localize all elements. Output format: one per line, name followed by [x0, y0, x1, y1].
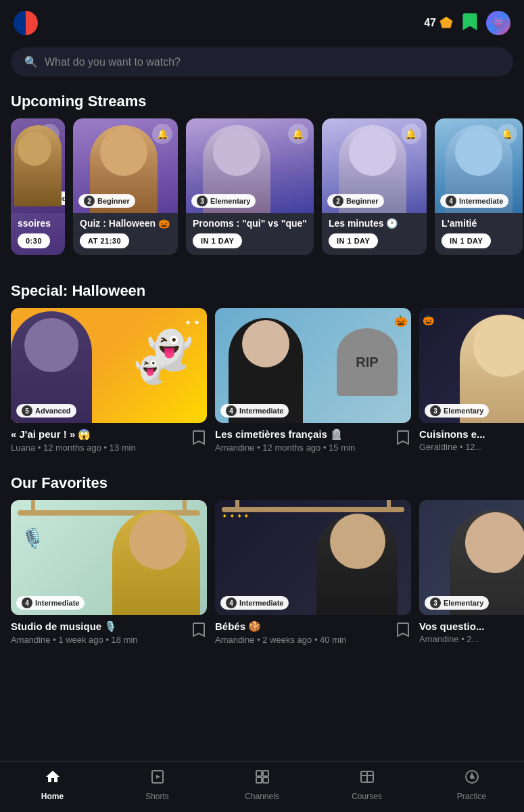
- favorites-video-3[interactable]: 3 Elementary Vos questio... Amandine • 2…: [419, 500, 524, 645]
- stream-card-body-3: Les minutes 🕐 IN 1 DAY: [322, 213, 427, 255]
- courses-icon: [359, 769, 375, 789]
- stream-time-btn-4[interactable]: IN 1 DAY: [442, 233, 491, 248]
- home-icon: [45, 769, 61, 789]
- stream-card-1[interactable]: 🔔 2 Beginner Quiz : Halloween 🎃 AT 21:30: [73, 118, 178, 255]
- favorites-level-badge-2: 4 Intermediate: [220, 596, 289, 610]
- nav-item-practice[interactable]: Practice: [419, 769, 524, 801]
- halloween-section: Special: Halloween 👻 👻 ✦ ✦ 5 Advanced: [0, 277, 524, 453]
- favorites-video-left-3: Vos questio... Amandine • 2...: [419, 621, 524, 644]
- halloween-video-left-1: « J'ai peur ! » 😱 Luana • 12 months ago …: [11, 428, 191, 453]
- favorites-video-info-3: Vos questio... Amandine • 2...: [419, 621, 524, 644]
- halloween-video-meta-2: Amandine • 12 months ago • 15 min: [215, 443, 395, 453]
- halloween-video-2[interactable]: RIP 🎃 4 Intermediate Les cimetières fran…: [215, 308, 411, 453]
- nav-item-home[interactable]: Home: [0, 769, 105, 801]
- favorites-video-title-2: Bébés 🍪: [215, 621, 395, 633]
- favorites-video-info-1: Studio de musique 🎙️ Amandine • 1 week a…: [11, 621, 207, 645]
- favorites-level-2: Intermediate: [239, 599, 283, 607]
- bookmark-favorites-1[interactable]: [191, 621, 207, 641]
- halloween-video-meta-3: Geraldine • 12...: [419, 442, 524, 452]
- points-value: 47: [424, 17, 436, 29]
- stream-time-btn-1[interactable]: AT 21:30: [80, 233, 129, 248]
- flag-blue: [14, 11, 26, 35]
- halloween-video-meta-1: Luana • 12 months ago • 13 min: [11, 443, 191, 453]
- level-label-3: Beginner: [346, 197, 379, 205]
- level-num-2: 3: [197, 196, 208, 206]
- halloween-video-1[interactable]: 👻 👻 ✦ ✦ 5 Advanced « J'ai peur ! » 😱 Lua…: [11, 308, 207, 453]
- level-label-1: Beginner: [97, 197, 130, 205]
- stream-card-3[interactable]: 🔔 2 Beginner Les minutes 🕐 IN 1 DAY: [322, 118, 427, 255]
- level-num-1: 2: [84, 196, 95, 206]
- halloween-video-info-3: Cuisinons e... Geraldine • 12...: [419, 428, 524, 452]
- user-avatar[interactable]: 👾: [486, 11, 510, 35]
- favorites-video-meta-2: Amandine • 2 weeks ago • 40 min: [215, 635, 395, 645]
- favorites-video-title-1: Studio de musique 🎙️: [11, 621, 191, 633]
- halloween-thumb-1: 👻 👻 ✦ ✦ 5 Advanced: [11, 308, 207, 423]
- bookmark-halloween-1[interactable]: [191, 428, 207, 449]
- halloween-video-left-3: Cuisinons e... Geraldine • 12...: [419, 428, 524, 452]
- halloween-level-badge-3: 3 Elementary: [425, 404, 489, 418]
- svg-point-12: [471, 775, 473, 778]
- level-num-3: 2: [333, 196, 343, 206]
- language-flag[interactable]: [14, 11, 38, 35]
- favorites-video-info-2: Bébés 🍪 Amandine • 2 weeks ago • 40 min: [215, 621, 411, 645]
- halloween-level-2: Intermediate: [239, 407, 283, 415]
- halloween-title: Special: Halloween: [0, 277, 524, 308]
- stream-time-btn-0[interactable]: 0:30: [18, 233, 50, 248]
- stream-card-4[interactable]: 🔔 4 Intermediate L'amitié IN 1 DAY: [435, 118, 523, 255]
- stream-time-btn-3[interactable]: IN 1 DAY: [329, 233, 378, 248]
- favorites-video-grid: 🎙️ 4 Intermediate Studio de musique 🎙️ A…: [0, 500, 524, 645]
- halloween-video-title-2: Les cimetières français 🪦: [215, 428, 395, 441]
- halloween-video-grid: 👻 👻 ✦ ✦ 5 Advanced « J'ai peur ! » 😱 Lua…: [0, 308, 524, 453]
- stream-card-body-2: Pronoms : "qui" vs "que" IN 1 DAY: [186, 213, 314, 255]
- nav-item-channels[interactable]: Channels: [210, 769, 314, 801]
- stream-card-0[interactable]: 🔔 1 Intermediate ssoires 0:30: [11, 118, 65, 255]
- nav-item-shorts[interactable]: Shorts: [105, 769, 210, 801]
- favorites-video-left-1: Studio de musique 🎙️ Amandine • 1 week a…: [11, 621, 191, 645]
- bookmark-favorites-2[interactable]: [395, 621, 411, 641]
- upcoming-streams-section: Upcoming Streams 🔔 1 Intermediate ssoire…: [0, 87, 524, 261]
- bookmark-halloween-2[interactable]: [395, 428, 411, 449]
- svg-rect-4: [256, 771, 262, 776]
- favorites-level-1: Intermediate: [35, 599, 79, 607]
- search-bar[interactable]: 🔍 What do you want to watch?: [11, 47, 513, 76]
- favorites-video-left-2: Bébés 🍪 Amandine • 2 weeks ago • 40 min: [215, 621, 395, 645]
- courses-label: Courses: [352, 792, 382, 801]
- stream-card-2[interactable]: 🔔 3 Elementary Pronoms : "qui" vs "que" …: [186, 118, 314, 255]
- halloween-level-1: Advanced: [35, 407, 71, 415]
- bookmark-header-icon[interactable]: [462, 12, 478, 34]
- stream-title-4: L'amitié: [442, 217, 516, 229]
- favorites-level-3: Elementary: [444, 599, 483, 607]
- practice-icon: [464, 769, 480, 789]
- bookmark-icon-fav-2: [396, 622, 410, 638]
- bookmark-icon-fav-1: [192, 622, 206, 638]
- favorites-thumb-2: ✦ ✦ ✦ ✦ 4 Intermediate: [215, 500, 411, 615]
- bell-button-1[interactable]: 🔔: [152, 124, 172, 144]
- home-label: Home: [41, 792, 64, 801]
- stream-time-btn-2[interactable]: IN 1 DAY: [193, 233, 242, 248]
- bookmark-svg: [462, 12, 478, 31]
- bookmark-icon-2: [396, 430, 410, 446]
- bell-button-2[interactable]: 🔔: [288, 124, 308, 144]
- halloween-video-title-3: Cuisinons e...: [419, 428, 524, 440]
- halloween-level-badge-1: 5 Advanced: [16, 404, 76, 418]
- bottom-nav: Home Shorts Channels: [0, 761, 524, 812]
- stream-title-2: Pronoms : "qui" vs "que": [193, 217, 307, 229]
- favorites-video-2[interactable]: ✦ ✦ ✦ ✦ 4 Intermediate Bébés 🍪 Amandine …: [215, 500, 411, 645]
- points-display: 47: [424, 16, 454, 30]
- halloween-thumb-3: 🎃 3 Elementary: [419, 308, 524, 423]
- favorites-thumb-3: 3 Elementary: [419, 500, 524, 615]
- favorites-thumb-1: 🎙️ 4 Intermediate: [11, 500, 207, 615]
- upcoming-streams-scroll[interactable]: 🔔 1 Intermediate ssoires 0:30 🔔: [0, 118, 524, 261]
- stream-title-1: Quiz : Halloween 🎃: [80, 217, 171, 229]
- level-label-4: Intermediate: [459, 197, 503, 205]
- search-icon: 🔍: [24, 55, 38, 68]
- halloween-video-left-2: Les cimetières français 🪦 Amandine • 12 …: [215, 428, 395, 453]
- bell-icon-2: 🔔: [292, 129, 304, 139]
- favorites-title: Our Favorites: [0, 469, 524, 500]
- stream-card-body-4: L'amitié IN 1 DAY: [435, 213, 523, 255]
- halloween-video-3[interactable]: 🎃 3 Elementary Cuisinons e... Geraldine …: [419, 308, 524, 453]
- favorites-video-1[interactable]: 🎙️ 4 Intermediate Studio de musique 🎙️ A…: [11, 500, 207, 645]
- nav-item-courses[interactable]: Courses: [314, 769, 419, 801]
- bell-button-3[interactable]: 🔔: [401, 124, 421, 144]
- header: 47 👾: [0, 0, 524, 42]
